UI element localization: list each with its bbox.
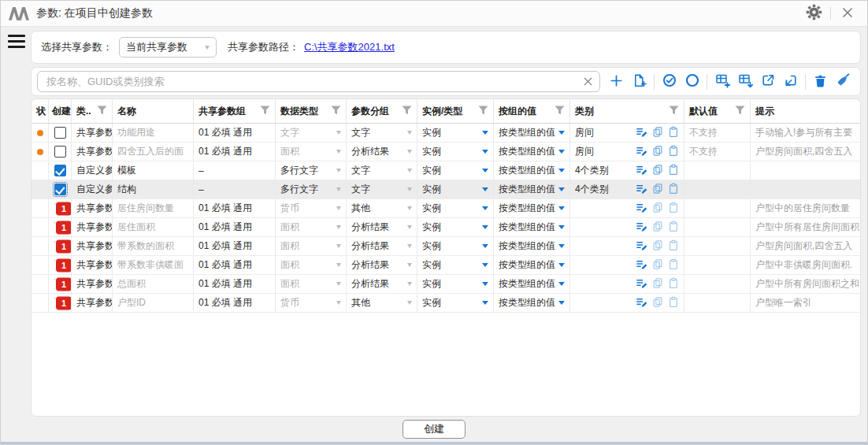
- data-type-dropdown[interactable]: 货币: [276, 294, 347, 312]
- filter-icon[interactable]: [260, 106, 270, 117]
- edit-list-icon[interactable]: [636, 221, 647, 235]
- data-type-dropdown[interactable]: 文字: [276, 124, 347, 142]
- values-by-group-dropdown[interactable]: 按类型组的值: [494, 237, 570, 255]
- values-by-group-dropdown[interactable]: 按类型组的值: [494, 294, 570, 312]
- create-checkbox-cell[interactable]: 1: [49, 237, 72, 255]
- data-type-dropdown[interactable]: 面积: [276, 256, 347, 274]
- edit-list-icon[interactable]: [636, 126, 647, 140]
- instance-type-dropdown[interactable]: 实例: [417, 237, 494, 255]
- edit-list-icon[interactable]: [636, 277, 647, 291]
- clean-button[interactable]: [833, 71, 854, 92]
- copy-icon[interactable]: [652, 258, 663, 273]
- copy-icon[interactable]: [652, 164, 663, 178]
- param-group-dropdown[interactable]: 其他: [347, 199, 417, 217]
- copy-icon[interactable]: [652, 202, 663, 216]
- table-row[interactable]: 共享参数 四舍五入后的面 01 必填 通用 面积 分析结果 实例 按类型组的值 …: [32, 143, 860, 161]
- copy-icon[interactable]: [652, 277, 663, 291]
- paste-icon[interactable]: [668, 296, 679, 310]
- paste-icon[interactable]: [668, 145, 679, 159]
- instance-type-dropdown[interactable]: 实例: [417, 256, 494, 274]
- export-button[interactable]: [757, 71, 778, 92]
- create-checkbox[interactable]: [54, 146, 66, 158]
- instance-type-dropdown[interactable]: 实例: [417, 275, 494, 293]
- edit-list-icon[interactable]: [636, 164, 647, 178]
- create-checkbox-cell[interactable]: 1: [49, 218, 72, 236]
- copy-icon[interactable]: [652, 296, 663, 310]
- values-by-group-dropdown[interactable]: 按类型组的值: [494, 180, 570, 198]
- paste-icon[interactable]: [668, 183, 679, 197]
- edit-list-icon[interactable]: [636, 145, 647, 159]
- data-type-dropdown[interactable]: 多行文字: [276, 180, 347, 198]
- menu-icon[interactable]: [8, 35, 25, 48]
- table-row[interactable]: 1 共享参数 居住面积 01 必填 通用 面积 分析结果 实例 按类型组的值 户…: [32, 218, 860, 237]
- create-checkbox-cell[interactable]: 1: [49, 294, 72, 312]
- data-type-dropdown[interactable]: 面积: [276, 237, 347, 255]
- uncheck-all-button[interactable]: [681, 71, 703, 92]
- search-input[interactable]: [45, 75, 579, 88]
- data-type-dropdown[interactable]: 面积: [276, 218, 347, 236]
- table-row[interactable]: 1 共享参数 户型ID 01 必填 通用 货币 其他 实例 按类型组的值 户型唯…: [32, 294, 860, 313]
- table-row[interactable]: 1 共享参数 带系数非供暖面 01 必填 通用 面积 分析结果 实例 按类型组的…: [32, 256, 860, 275]
- filter-icon[interactable]: [735, 106, 745, 117]
- paste-icon[interactable]: [668, 277, 679, 291]
- param-group-dropdown[interactable]: 分析结果: [347, 143, 417, 161]
- import-button[interactable]: [780, 71, 801, 92]
- data-type-dropdown[interactable]: 面积: [276, 143, 347, 161]
- create-checkbox-cell[interactable]: 1: [49, 199, 72, 217]
- table-row[interactable]: 1 共享参数 居住房间数量 01 必填 通用 货币 其他 实例 按类型组的值 户…: [32, 199, 860, 218]
- edit-list-icon[interactable]: [636, 239, 647, 254]
- create-checkbox-cell[interactable]: [49, 180, 72, 198]
- create-checkbox-cell[interactable]: [49, 124, 72, 142]
- paste-icon[interactable]: [668, 221, 679, 235]
- table-row[interactable]: 自定义参 模板 – 多行文字 文字 实例 按类型组的值 4个类别: [32, 161, 860, 180]
- values-by-group-dropdown[interactable]: 按类型组的值: [494, 199, 570, 217]
- values-by-group-dropdown[interactable]: 按类型组的值: [494, 218, 570, 236]
- copy-icon[interactable]: [652, 145, 663, 159]
- param-group-dropdown[interactable]: 分析结果: [347, 275, 417, 293]
- param-group-dropdown[interactable]: 文字: [347, 161, 417, 180]
- values-by-group-dropdown[interactable]: 按类型组的值: [494, 161, 570, 180]
- paste-icon[interactable]: [668, 164, 679, 178]
- table-load-button[interactable]: [734, 71, 755, 92]
- filter-icon[interactable]: [402, 106, 412, 117]
- create-checkbox[interactable]: [54, 165, 66, 176]
- instance-type-dropdown[interactable]: 实例: [417, 218, 494, 236]
- create-button[interactable]: 创建: [402, 420, 466, 439]
- create-checkbox-cell[interactable]: 1: [49, 256, 72, 274]
- create-checkbox-cell[interactable]: [49, 161, 72, 180]
- values-by-group-dropdown[interactable]: 按类型组的值: [494, 256, 570, 274]
- table-row[interactable]: 共享参数 功能用途 01 必填 通用 文字 文字 实例 按类型组的值 房间 不支…: [32, 124, 860, 143]
- create-checkbox-cell[interactable]: 1: [49, 275, 72, 293]
- create-checkbox[interactable]: [54, 184, 66, 195]
- table-row[interactable]: 自定义参 结构 – 多行文字 文字 实例 按类型组的值 4个类别: [32, 180, 860, 199]
- copy-icon[interactable]: [652, 239, 663, 254]
- data-type-dropdown[interactable]: 面积: [276, 275, 347, 293]
- param-group-dropdown[interactable]: 文字: [347, 124, 417, 142]
- edit-list-icon[interactable]: [636, 296, 647, 310]
- filter-icon[interactable]: [478, 106, 488, 117]
- edit-list-icon[interactable]: [636, 202, 647, 216]
- data-type-dropdown[interactable]: 货币: [276, 199, 347, 217]
- data-type-dropdown[interactable]: 多行文字: [276, 161, 347, 180]
- shared-params-path-link[interactable]: C:\共享参数2021.txt: [304, 40, 395, 54]
- instance-type-dropdown[interactable]: 实例: [417, 180, 494, 198]
- instance-type-dropdown[interactable]: 实例: [417, 143, 494, 161]
- shared-params-select[interactable]: 当前共享参数: [119, 37, 217, 57]
- add-button[interactable]: [606, 71, 627, 92]
- param-group-dropdown[interactable]: 其他: [347, 294, 417, 312]
- param-group-dropdown[interactable]: 分析结果: [347, 256, 417, 274]
- copy-icon[interactable]: [652, 183, 663, 197]
- create-checkbox-cell[interactable]: [49, 143, 72, 161]
- filter-icon[interactable]: [555, 106, 565, 117]
- paste-icon[interactable]: [668, 126, 679, 140]
- paste-icon[interactable]: [668, 202, 679, 216]
- check-all-button[interactable]: [658, 71, 680, 92]
- copy-icon[interactable]: [652, 221, 663, 235]
- create-checkbox[interactable]: [54, 127, 66, 139]
- table-add-button[interactable]: [711, 71, 733, 92]
- clear-search-button[interactable]: [579, 73, 596, 91]
- paste-icon[interactable]: [668, 258, 679, 273]
- settings-button[interactable]: [802, 3, 825, 24]
- instance-type-dropdown[interactable]: 实例: [417, 161, 494, 180]
- copy-icon[interactable]: [652, 126, 663, 140]
